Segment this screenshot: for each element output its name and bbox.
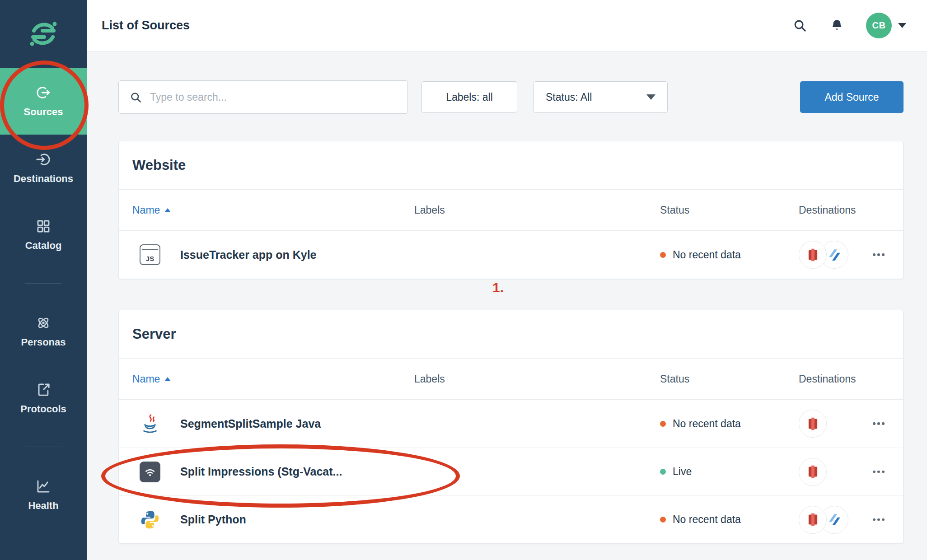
sidebar-item-label: Sources: [24, 106, 63, 118]
segment-logo-icon: [29, 19, 58, 48]
status-cell: No recent data: [660, 249, 799, 261]
redshift-destination-icon[interactable]: [799, 458, 827, 486]
table-row[interactable]: JS IssueTracker app on Kyle No recent da…: [119, 231, 903, 279]
filter-toolbar: Labels: all Status: All Add Source: [118, 80, 904, 114]
source-name: Split Impressions (Stg-Vacat...: [180, 465, 342, 478]
sidebar-divider: [0, 268, 87, 298]
status-dot: [660, 469, 666, 475]
sidebar: Sources Destinations Catalog Personas: [0, 0, 87, 560]
redshift-destination-icon[interactable]: [799, 506, 827, 534]
sort-ascending-icon: [164, 208, 171, 212]
row-menu-button[interactable]: [868, 413, 890, 434]
destinations-cell: [799, 506, 890, 534]
personas-icon: [36, 315, 51, 331]
redshift-destination-icon[interactable]: [799, 241, 827, 269]
status-cell: No recent data: [660, 513, 799, 526]
java-icon: [140, 413, 160, 434]
sources-icon: [36, 85, 51, 100]
destinations-cell: [799, 458, 890, 486]
source-name: SegmentSplitSample Java: [180, 417, 321, 430]
search-input[interactable]: [150, 91, 397, 103]
row-menu-button[interactable]: [868, 509, 890, 531]
segment-logo[interactable]: [0, 0, 87, 68]
status-cell: Live: [660, 466, 799, 478]
destinations-cell: [799, 241, 890, 269]
status-text: No recent data: [673, 249, 741, 261]
column-header-status: Status: [660, 373, 799, 385]
header-actions: CB: [792, 13, 906, 38]
search-box[interactable]: [118, 80, 408, 114]
avatar[interactable]: CB: [866, 13, 892, 38]
status-cell: No recent data: [660, 418, 799, 430]
wifi-tile-icon: [140, 462, 160, 482]
catalog-icon: [36, 219, 51, 234]
column-header-destinations: Destinations: [799, 204, 890, 216]
javascript-tile-icon: JS: [140, 244, 160, 265]
status-filter-dropdown[interactable]: Status: All: [534, 81, 668, 113]
search-icon[interactable]: [792, 18, 807, 33]
sidebar-item-label: Catalog: [25, 240, 62, 252]
sidebar-item-label: Protocols: [20, 403, 66, 415]
python-icon: [140, 509, 160, 530]
page-title: List of Sources: [102, 19, 792, 33]
status-text: Live: [673, 466, 692, 478]
sidebar-divider: [0, 432, 87, 462]
labels-filter-button[interactable]: Labels: all: [421, 81, 517, 113]
redshift-destination-icon[interactable]: [799, 410, 827, 438]
source-name: IssueTracker app on Kyle: [180, 248, 317, 261]
column-header-name[interactable]: Name: [132, 204, 414, 216]
sidebar-item-personas[interactable]: Personas: [0, 298, 87, 365]
table-row[interactable]: SegmentSplitSample Java No recent data: [119, 400, 903, 448]
column-header-labels: Labels: [414, 204, 660, 216]
source-name: Split Python: [180, 513, 246, 526]
notifications-bell-icon[interactable]: [829, 18, 844, 33]
table-header-row: Name Labels Status Destinations: [119, 358, 903, 400]
row-menu-button[interactable]: [868, 461, 890, 483]
chevron-down-icon: [646, 94, 655, 100]
destinations-cell: [799, 410, 890, 438]
sidebar-item-catalog[interactable]: Catalog: [0, 201, 87, 268]
column-header-name[interactable]: Name: [132, 373, 414, 385]
sidebar-item-label: Personas: [21, 336, 66, 348]
section-title: Server: [119, 310, 903, 358]
table-row[interactable]: Split Impressions (Stg-Vacat... Live: [119, 448, 903, 495]
sidebar-item-protocols[interactable]: Protocols: [0, 365, 87, 432]
status-dot: [660, 252, 666, 258]
health-icon: [36, 479, 51, 494]
column-header-labels: Labels: [414, 373, 660, 385]
sidebar-item-destinations[interactable]: Destinations: [0, 135, 87, 201]
account-menu[interactable]: CB: [866, 13, 906, 38]
protocols-icon: [36, 382, 51, 397]
status-filter-value: Status: All: [546, 91, 592, 103]
row-menu-button[interactable]: [868, 244, 890, 266]
column-header-destinations: Destinations: [799, 373, 890, 385]
sort-ascending-icon: [164, 377, 171, 381]
sidebar-item-sources[interactable]: Sources: [0, 68, 87, 135]
status-text: No recent data: [673, 513, 741, 526]
sidebar-item-label: Health: [28, 500, 58, 512]
section-title: Website: [119, 141, 903, 189]
destinations-icon: [36, 152, 51, 167]
website-section-card: Website Name Labels Status Destinations …: [118, 141, 904, 279]
status-text: No recent data: [673, 418, 741, 430]
top-header: List of Sources CB: [87, 0, 927, 51]
status-dot: [660, 421, 666, 427]
chevron-down-icon[interactable]: [898, 23, 906, 28]
sidebar-item-health[interactable]: Health: [0, 462, 87, 528]
main-area: List of Sources CB: [87, 0, 927, 560]
add-source-button[interactable]: Add Source: [800, 81, 904, 113]
server-section-card: Server Name Labels Status Destinations: [118, 310, 904, 544]
table-header-row: Name Labels Status Destinations: [119, 189, 903, 231]
search-icon: [130, 91, 142, 103]
sidebar-item-label: Destinations: [14, 173, 73, 185]
content-area: Labels: all Status: All Add Source Websi…: [87, 51, 927, 560]
column-header-status: Status: [660, 204, 799, 216]
status-dot: [660, 517, 666, 523]
table-row[interactable]: Split Python No recent data: [119, 495, 903, 543]
